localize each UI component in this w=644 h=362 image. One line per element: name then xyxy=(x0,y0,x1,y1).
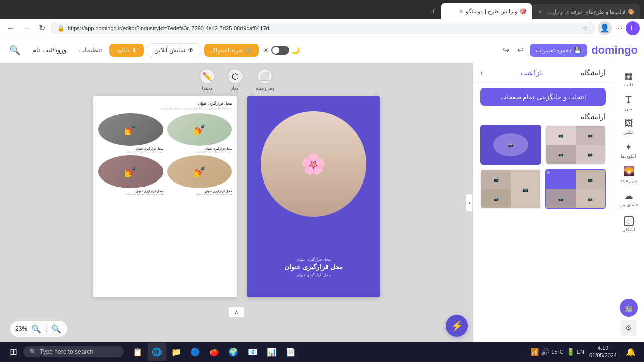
nav-forward-button[interactable]: → xyxy=(20,23,33,34)
redo-button[interactable]: ↪ xyxy=(501,43,511,57)
page-right[interactable]: 🌸 محل قرارگیری عنوان محل قرارگیری عنوان … xyxy=(247,96,380,297)
myspace-label: فضای من xyxy=(619,202,638,207)
scroll-up-button[interactable]: ∧ xyxy=(229,307,245,318)
page-right-text: محل قرارگیری عنوان محل قرارگیری عنوان مح… xyxy=(247,257,380,277)
browser-extension-1[interactable]: E xyxy=(626,21,640,35)
ai-circle-btn[interactable]: 🤖 xyxy=(620,299,638,317)
app-header: domingo 💾 ذخیره تغییرات ↩ ↪ 🌙 ☀ 🛒 خرید ا… xyxy=(0,37,644,63)
undo-button[interactable]: ↩ xyxy=(515,43,526,57)
notification-center-button[interactable]: 🔔 xyxy=(622,343,640,361)
sidebar-item-shapes[interactable]: ⬡ اشکال xyxy=(615,213,643,235)
canvas-bg-label: پس‌زمینه xyxy=(256,85,274,91)
gallery-item-1[interactable]: 📷 📷 📷 📷 xyxy=(545,125,606,165)
taskbar-search[interactable]: 🔍 Type here to search xyxy=(23,346,124,357)
photo-grid-top: 💅 محل قرارگیری عنوان متن اینجا قرار می‌گ… xyxy=(98,113,232,153)
tab-close-1[interactable]: ✕ xyxy=(538,9,542,15)
taskbar-app-excel[interactable]: 📊 xyxy=(263,343,281,361)
new-tab-button[interactable]: + xyxy=(426,4,440,18)
tab-close-2[interactable]: ✕ xyxy=(459,8,463,15)
settings-button[interactable]: تنظیمات xyxy=(75,43,105,57)
nav-refresh-button[interactable]: ↻ xyxy=(36,22,48,34)
canvas-tools-bar: ⬜ پس‌زمینه ⬡ اَبعاد ✏️ محتوا xyxy=(199,68,274,91)
sidebar-item-template[interactable]: ▦ قالب xyxy=(615,67,643,90)
settings-circle-btn[interactable]: ⚙ xyxy=(621,320,637,336)
gallery-item-2[interactable]: 📷 xyxy=(480,125,541,165)
sidebar-item-icons[interactable]: ✦ آیکون‌ها xyxy=(615,139,643,162)
lock-icon: 🔒 xyxy=(57,25,65,32)
fab-icon: ⚡ xyxy=(451,320,463,332)
download-button[interactable]: ⬇ دانلود xyxy=(109,44,144,57)
zoom-separator: | xyxy=(45,324,47,333)
sidebar-item-background[interactable]: 🌄 پس‌زمینه xyxy=(615,163,643,186)
systray-battery[interactable]: 🔋 xyxy=(566,348,575,356)
systray-volume[interactable]: 🔊 xyxy=(541,348,549,356)
taskbar-app-store[interactable]: 🍅 xyxy=(205,343,223,361)
taskbar-clock[interactable]: 4:19 01/05/2024 xyxy=(585,344,621,360)
taskbar-app-taskview[interactable]: 📋 xyxy=(129,343,147,361)
cart-icon: 🛒 xyxy=(245,47,253,54)
select-all-button[interactable]: انتخاب و جایگزینی تمام صفحات xyxy=(480,88,606,106)
taskbar-app-terminal[interactable]: 🔵 xyxy=(186,343,204,361)
fab-button[interactable]: ⚡ xyxy=(446,315,468,337)
taskbar-app-explorer[interactable]: 📁 xyxy=(167,343,185,361)
icons-label: آیکون‌ها xyxy=(621,154,636,159)
canvas-tool-background[interactable]: ⬜ پس‌زمینه xyxy=(256,68,274,91)
nav-back-button[interactable]: ← xyxy=(4,23,17,34)
canvas-content-label: محتوا xyxy=(202,85,213,91)
toggle-knob xyxy=(272,47,279,54)
save-changes-button[interactable]: 💾 ذخیره تغییرات xyxy=(530,44,587,57)
zoom-level-text: 23% xyxy=(15,325,27,332)
save-label: ذخیره تغییرات xyxy=(536,47,571,54)
settings-label: تنظیمات xyxy=(78,46,102,54)
gallery-item-3[interactable]: 📷 ▦ 📷 📷 xyxy=(545,169,606,209)
browser-menu-button[interactable]: ⋯ xyxy=(615,23,623,33)
zoom-out-button[interactable]: 🔍 xyxy=(50,323,62,335)
canvas-tool-abead[interactable]: ⬡ اَبعاد xyxy=(227,68,244,91)
toggle-switch[interactable] xyxy=(271,46,289,55)
shapes-label: اشکال xyxy=(622,227,635,232)
shapes-icon: ⬡ xyxy=(624,216,634,226)
star-icon[interactable]: ☆ xyxy=(582,24,588,32)
page-left-title: محل قرارگیری عنوان xyxy=(98,101,232,106)
panel-collapse-handle[interactable]: › xyxy=(466,194,473,212)
buy-subscription-button[interactable]: 🛒 خرید اشتراک xyxy=(204,44,259,57)
sidebar-item-myspace[interactable]: ☁ فضای من xyxy=(615,187,643,210)
tab-favicon-1: 🎨 xyxy=(628,9,635,15)
taskbar-apps: 📋 🌐 📁 🔵 🍅 🌍 📧 📊 📄 xyxy=(129,343,300,361)
photo-text-1: متن اینجا قرار می‌گیرد. متن اینجا قرار م… xyxy=(167,150,232,153)
photo-text-4: متن اینجا قرار می‌گیرد. متن اینجا قرار م… xyxy=(98,193,163,195)
panel-back-button[interactable]: بازگشت xyxy=(521,69,543,77)
right-panel: آرایشگاه بازگشت › انتخاب و جایگزینی تمام… xyxy=(473,63,613,342)
tab-inactive[interactable]: 🎨 قالب‌ها و طرح‌های حرفه‌ای و رایگان ✕ xyxy=(533,4,640,19)
systray-temperature: 15°C xyxy=(551,349,564,355)
page-left[interactable]: محل قرارگیری عنوان متن اینجا قرار می‌گیر… xyxy=(93,96,237,297)
taskbar-app-chrome[interactable]: 🌍 xyxy=(224,343,243,361)
sidebar-item-text[interactable]: T متن xyxy=(615,92,643,114)
far-right-panel: ▦ قالب T متن 🖼 عکس ✦ آیکون‌ها 🌄 پس‌زمینه… xyxy=(613,63,644,342)
photo-item-4: 💅 محل قرارگیری عنوان متن اینجا قرار می‌گ… xyxy=(98,155,163,195)
taskbar-app-mail[interactable]: 📧 xyxy=(244,343,262,361)
sidebar-item-photo[interactable]: 🖼 عکس xyxy=(615,115,643,138)
taskbar-search-icon: 🔍 xyxy=(29,348,37,355)
page-right-medium: محل قرارگیری عنوان xyxy=(247,273,380,277)
tab-active[interactable]: 🎯 ویرایش طرح | دومینگو ✕ xyxy=(441,3,532,19)
template-label: قالب xyxy=(624,82,633,87)
profile-button[interactable]: 👤 xyxy=(598,21,612,35)
taskbar-app-word[interactable]: 📄 xyxy=(282,343,300,361)
taskbar-app-edge[interactable]: 🌐 xyxy=(148,343,166,361)
gallery-item-4[interactable]: 📷 📷 📷 xyxy=(480,169,541,209)
header-search-button[interactable]: 🔍 xyxy=(6,42,23,59)
canvas-area: ⬜ پس‌زمینه ⬡ اَبعاد ✏️ محتوا محل قرارگیر… xyxy=(0,63,473,342)
start-button[interactable]: ⊞ xyxy=(4,343,22,361)
myspace-icon: ☁ xyxy=(624,190,633,201)
zoom-in-button[interactable]: 🔍 xyxy=(30,323,42,335)
moon-icon: 🌙 xyxy=(291,46,300,54)
dark-mode-toggle[interactable]: 🌙 ☀ xyxy=(263,46,300,55)
tab-favicon-2: 🎯 xyxy=(520,8,527,15)
systray-network[interactable]: 📶 xyxy=(530,348,539,356)
address-bar[interactable]: 🔒 https://app.domingo.ir/editor?industry… xyxy=(51,22,595,34)
preview-online-button[interactable]: 👁 نمایش آنلاین xyxy=(148,43,200,57)
login-button[interactable]: ورود/ثبت نام xyxy=(27,43,71,57)
main-layout: ▦ قالب T متن 🖼 عکس ✦ آیکون‌ها 🌄 پس‌زمینه… xyxy=(0,63,644,342)
canvas-tool-content[interactable]: ✏️ محتوا xyxy=(199,68,215,91)
